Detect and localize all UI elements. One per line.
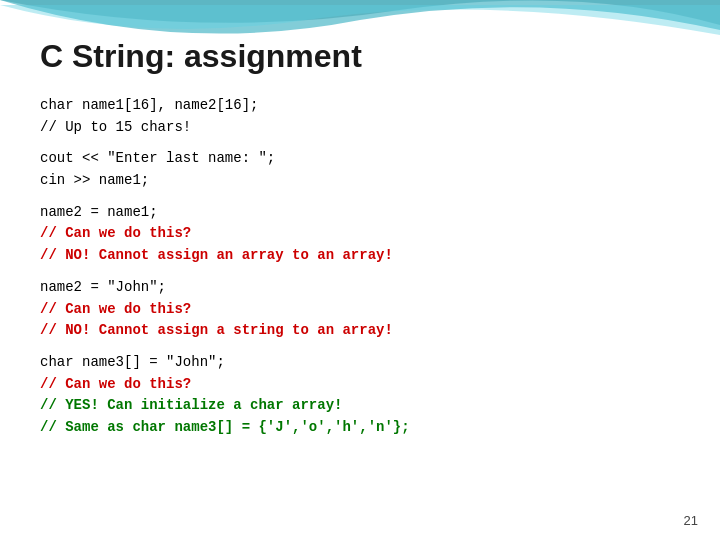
code-line-comment: // Can we do this?	[40, 374, 680, 396]
code-line: char name1[16], name2[16];	[40, 95, 680, 117]
code-block: char name1[16], name2[16]; // Up to 15 c…	[40, 95, 680, 439]
code-line: char name3[] = "John";	[40, 352, 680, 374]
code-line: cin >> name1;	[40, 170, 680, 192]
code-line: name2 = name1;	[40, 202, 680, 224]
code-line-comment: // NO! Cannot assign a string to an arra…	[40, 320, 680, 342]
code-line-comment: // Can we do this?	[40, 299, 680, 321]
code-line: cout << "Enter last name: ";	[40, 148, 680, 170]
code-line-comment: // Can we do this?	[40, 223, 680, 245]
code-line-comment: // NO! Cannot assign an array to an arra…	[40, 245, 680, 267]
slide-title: C String: assignment	[40, 38, 680, 75]
slide-content: C String: assignment char name1[16], nam…	[0, 0, 720, 540]
code-line: name2 = "John";	[40, 277, 680, 299]
code-line-comment: // YES! Can initialize a char array!	[40, 395, 680, 417]
slide-number: 21	[684, 513, 698, 528]
code-line: // Up to 15 chars!	[40, 117, 680, 139]
code-line-comment: // Same as char name3[] = {'J','o','h','…	[40, 417, 680, 439]
